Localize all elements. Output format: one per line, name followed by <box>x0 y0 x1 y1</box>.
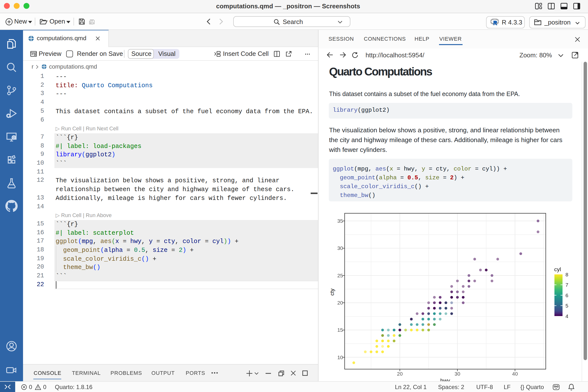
svg-text:30: 30 <box>337 245 343 251</box>
svg-text:30: 30 <box>454 371 460 376</box>
svg-text:4: 4 <box>566 313 568 319</box>
svg-text:10: 10 <box>337 354 343 360</box>
svg-text:25: 25 <box>337 273 343 278</box>
svg-text:35: 35 <box>337 218 343 224</box>
svg-text:cyl: cyl <box>554 266 561 272</box>
svg-text:7: 7 <box>566 282 568 288</box>
svg-text:20: 20 <box>337 300 343 306</box>
svg-text:8: 8 <box>566 272 568 277</box>
svg-text:hwy: hwy <box>440 378 450 381</box>
svg-text:6: 6 <box>566 292 568 298</box>
svg-text:5: 5 <box>566 303 568 308</box>
svg-text:20: 20 <box>397 371 402 376</box>
svg-text:cty: cty <box>329 288 335 296</box>
svg-text:15: 15 <box>337 327 343 333</box>
svg-text:40: 40 <box>512 371 518 376</box>
